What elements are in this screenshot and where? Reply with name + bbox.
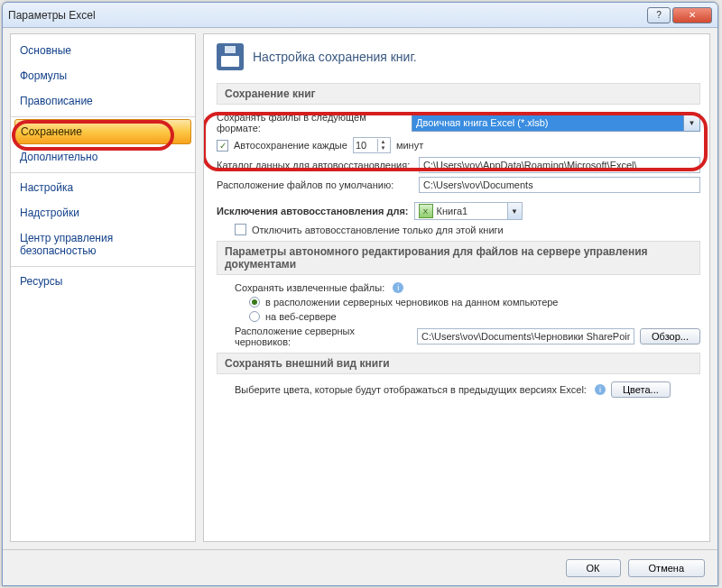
- radio-web-server[interactable]: [249, 311, 260, 322]
- sidebar-item-trust[interactable]: Центр управления безопасностью: [11, 225, 195, 267]
- sidebar-item-formulas[interactable]: Формулы: [11, 63, 195, 88]
- file-format-dropdown[interactable]: Двоичная книга Excel (*.xlsb) ▼: [412, 114, 700, 132]
- ok-button[interactable]: ОК: [566, 559, 621, 577]
- dialog-window: Параметры Excel ? ✕ Основные Формулы Пра…: [2, 2, 718, 586]
- window-title: Параметры Excel: [8, 9, 645, 22]
- sidebar-item-customize[interactable]: Настройка: [11, 175, 195, 200]
- section-preserve-look: Сохранять внешний вид книги: [217, 353, 700, 374]
- section-save-books: Сохранение книг: [217, 83, 700, 105]
- browse-button[interactable]: Обзор...: [640, 328, 700, 345]
- sidebar-item-proofing[interactable]: Правописание: [11, 88, 195, 117]
- file-format-value: Двоичная книга Excel (*.xlsb): [416, 117, 549, 128]
- default-loc-label: Расположение файлов по умолчанию:: [217, 179, 413, 190]
- excel-book-icon: X: [419, 204, 433, 218]
- disable-autorecover-checkbox[interactable]: [235, 224, 246, 235]
- radio-web-server-label: на веб-сервере: [265, 311, 337, 322]
- autosave-checkbox[interactable]: ✓: [217, 140, 228, 152]
- autosave-label-prefix: Автосохранение каждые: [234, 140, 347, 151]
- section-offline-edit: Параметры автономного редактирования для…: [217, 241, 700, 275]
- recovery-dir-input[interactable]: [419, 157, 700, 173]
- exclude-book-select[interactable]: X Книга1 ▼: [414, 202, 523, 220]
- cancel-button[interactable]: Отмена: [628, 559, 705, 577]
- recovery-dir-label: Каталог данных для автовосстановления:: [217, 160, 413, 170]
- spinner-arrows-icon: ▲▼: [377, 139, 388, 152]
- format-label: Сохранять файлы в следующем формате:: [217, 112, 406, 133]
- radio-local-drafts-label: в расположении серверных черновиков на д…: [265, 297, 558, 308]
- keep-extracted-label: Сохранять извлеченные файлы:: [235, 282, 384, 293]
- sidebar-item-save[interactable]: Сохранение: [14, 119, 191, 144]
- info-icon[interactable]: i: [595, 384, 606, 395]
- sidebar-item-addins[interactable]: Надстройки: [11, 200, 195, 225]
- drafts-loc-label: Расположение серверных черновиков:: [235, 326, 412, 347]
- titlebar[interactable]: Параметры Excel ? ✕: [3, 3, 717, 28]
- autosave-label-suffix: минут: [396, 140, 423, 151]
- sidebar-item-general[interactable]: Основные: [11, 38, 195, 63]
- chevron-down-icon: ▼: [507, 203, 522, 219]
- close-button[interactable]: ✕: [672, 7, 712, 23]
- page-heading: Настройка сохранения книг.: [253, 50, 417, 64]
- default-loc-input[interactable]: [419, 177, 700, 193]
- save-disk-icon: [217, 43, 244, 70]
- category-sidebar: Основные Формулы Правописание Сохранение…: [10, 33, 196, 542]
- colors-desc: Выберите цвета, которые будут отображать…: [235, 384, 587, 395]
- content-panel: Настройка сохранения книг. Сохранение кн…: [203, 33, 710, 542]
- sidebar-item-resources[interactable]: Ресурсы: [11, 269, 195, 294]
- help-button[interactable]: ?: [647, 7, 671, 23]
- sidebar-item-advanced[interactable]: Дополнительно: [11, 144, 195, 173]
- disable-autorecover-label: Отключить автовосстановление только для …: [252, 225, 504, 235]
- dialog-footer: ОК Отмена: [3, 549, 717, 585]
- info-icon[interactable]: i: [393, 282, 403, 293]
- drafts-loc-input[interactable]: [417, 328, 634, 345]
- autosave-minutes-spinner[interactable]: 10 ▲▼: [353, 137, 391, 153]
- radio-local-drafts[interactable]: [249, 297, 260, 308]
- colors-button[interactable]: Цвета...: [611, 381, 671, 398]
- exclude-label: Исключения автовосстановления для:: [217, 206, 409, 216]
- chevron-down-icon: ▼: [683, 115, 699, 131]
